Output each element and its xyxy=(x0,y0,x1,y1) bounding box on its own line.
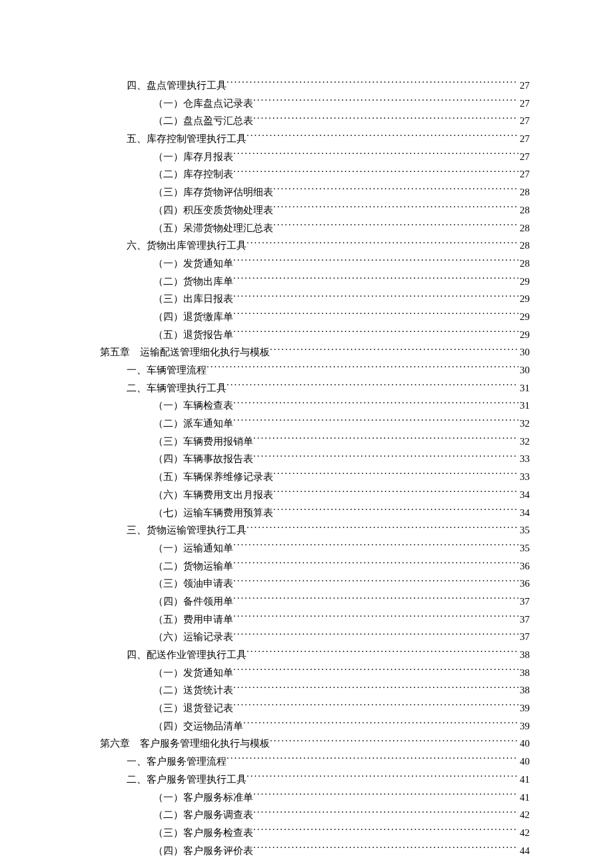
toc-entry-label: 运输配送管理细化执行与模板 xyxy=(140,343,270,361)
toc-entry-label: （三）车辆费用报销单 xyxy=(153,433,253,451)
toc-entry-label: 四、配送作业管理执行工具 xyxy=(127,646,247,664)
toc-page-number: 40 xyxy=(518,753,530,771)
toc-row: （二）库存控制表27 xyxy=(100,165,530,183)
toc-page-number: 38 xyxy=(518,646,530,664)
toc-leader-dots xyxy=(253,97,518,107)
toc-page-number: 30 xyxy=(518,343,530,361)
toc-row: （三）客户服务检查表42 xyxy=(100,824,530,842)
toc-row: （一）车辆检查表31 xyxy=(100,397,530,415)
toc-chapter-prefix: 第六章 xyxy=(100,735,140,753)
toc-page-number: 29 xyxy=(518,290,530,308)
toc-row: （四）客户服务评价表44 xyxy=(100,842,530,860)
toc-entry-label: 五、库存控制管理执行工具 xyxy=(127,130,247,148)
toc-page-number: 29 xyxy=(518,273,530,291)
toc-leader-dots xyxy=(233,701,518,711)
toc-row: （二）货物运输单36 xyxy=(100,557,530,575)
toc-leader-dots xyxy=(207,363,518,373)
toc-entry-label: （一）发货通知单 xyxy=(153,664,233,682)
toc-page-number: 28 xyxy=(518,237,530,255)
toc-entry-label: 二、车辆管理执行工具 xyxy=(127,379,227,397)
toc-page-number: 31 xyxy=(518,379,530,397)
toc-row: 六、货物出库管理执行工具28 xyxy=(100,237,530,255)
toc-page-number: 32 xyxy=(518,415,530,433)
toc-page-number: 38 xyxy=(518,681,530,699)
toc-leader-dots xyxy=(247,239,518,249)
toc-row: 二、车辆管理执行工具31 xyxy=(100,379,530,397)
toc-page-number: 38 xyxy=(518,664,530,682)
toc-page: 四、盘点管理执行工具27（一）仓库盘点记录表27（二）盘点盈亏汇总表27五、库存… xyxy=(0,0,613,868)
toc-entry-label: （一）发货通知单 xyxy=(153,255,233,273)
toc-entry-label: （五）退货报告单 xyxy=(153,326,233,344)
toc-page-number: 41 xyxy=(518,771,530,789)
toc-page-number: 27 xyxy=(518,112,530,130)
toc-entry-label: （四）备件领用单 xyxy=(153,593,233,611)
toc-row: （三）库存货物评估明细表28 xyxy=(100,183,530,201)
toc-row: （一）运输通知单35 xyxy=(100,539,530,557)
toc-entry-label: （二）货物出库单 xyxy=(153,273,233,291)
toc-row: （六）运输记录表37 xyxy=(100,628,530,646)
toc-leader-dots xyxy=(233,292,518,302)
toc-row: 第六章客户服务管理细化执行与模板40 xyxy=(100,735,530,753)
toc-row: （六）车辆费用支出月报表34 xyxy=(100,486,530,504)
toc-leader-dots xyxy=(233,275,518,285)
toc-page-number: 33 xyxy=(518,450,530,468)
toc-leader-dots xyxy=(233,595,518,605)
toc-entry-label: （四）退货缴库单 xyxy=(153,308,233,326)
toc-row: （二）盘点盈亏汇总表27 xyxy=(100,112,530,130)
toc-row: （四）车辆事故报告表33 xyxy=(100,450,530,468)
toc-entry-label: （四）车辆事故报告表 xyxy=(153,450,253,468)
toc-page-number: 29 xyxy=(518,308,530,326)
toc-page-number: 28 xyxy=(518,183,530,201)
toc-leader-dots xyxy=(273,488,518,498)
toc-leader-dots xyxy=(253,435,518,445)
toc-row: （三）领油申请表36 xyxy=(100,575,530,593)
toc-leader-dots xyxy=(233,577,518,587)
toc-leader-dots xyxy=(253,791,518,801)
toc-leader-dots xyxy=(253,826,518,836)
toc-leader-dots xyxy=(253,452,518,462)
toc-leader-dots xyxy=(233,310,518,320)
toc-page-number: 31 xyxy=(518,397,530,415)
toc-row: （二）客户服务调查表42 xyxy=(100,806,530,824)
toc-leader-dots xyxy=(243,719,518,729)
toc-page-number: 42 xyxy=(518,824,530,842)
toc-page-number: 42 xyxy=(518,806,530,824)
toc-entry-label: （四）客户服务评价表 xyxy=(153,842,253,860)
toc-page-number: 27 xyxy=(518,148,530,166)
toc-row: 一、客户服务管理流程40 xyxy=(100,753,530,771)
toc-leader-dots xyxy=(247,773,518,783)
toc-leader-dots xyxy=(233,666,518,676)
toc-entry-label: （二）送货统计表 xyxy=(153,681,233,699)
toc-page-number: 27 xyxy=(518,130,530,148)
toc-leader-dots xyxy=(233,630,518,640)
toc-row: （五）呆滞货物处理汇总表28 xyxy=(100,219,530,237)
toc-row: （一）仓库盘点记录表27 xyxy=(100,95,530,113)
toc-page-number: 35 xyxy=(518,521,530,539)
toc-row: （一）发货通知单28 xyxy=(100,255,530,273)
toc-page-number: 27 xyxy=(518,95,530,113)
toc-row: 第五章运输配送管理细化执行与模板30 xyxy=(100,343,530,361)
toc-leader-dots xyxy=(233,613,518,623)
toc-page-number: 34 xyxy=(518,504,530,522)
toc-page-number: 27 xyxy=(518,165,530,183)
toc-entry-label: 四、盘点管理执行工具 xyxy=(127,77,227,95)
toc-page-number: 28 xyxy=(518,201,530,219)
toc-row: （四）退货缴库单29 xyxy=(100,308,530,326)
toc-row: （四）交运物品清单39 xyxy=(100,717,530,735)
toc-entry-label: 六、货物出库管理执行工具 xyxy=(127,237,247,255)
toc-page-number: 33 xyxy=(518,468,530,486)
toc-row: 一、车辆管理流程30 xyxy=(100,361,530,379)
toc-entry-label: （六）车辆费用支出月报表 xyxy=(153,486,273,504)
toc-entry-label: （二）盘点盈亏汇总表 xyxy=(153,112,253,130)
toc-row: 四、盘点管理执行工具27 xyxy=(100,77,530,95)
toc-leader-dots xyxy=(233,167,518,177)
toc-leader-dots xyxy=(273,470,518,480)
toc-row: （四）备件领用单37 xyxy=(100,593,530,611)
toc-row: （二）货物出库单29 xyxy=(100,273,530,291)
toc-page-number: 28 xyxy=(518,255,530,273)
toc-entry-label: （四）积压变质货物处理表 xyxy=(153,201,273,219)
toc-leader-dots xyxy=(247,523,518,533)
toc-entry-label: 一、客户服务管理流程 xyxy=(127,753,227,771)
toc-leader-dots xyxy=(253,808,518,818)
toc-page-number: 39 xyxy=(518,717,530,735)
